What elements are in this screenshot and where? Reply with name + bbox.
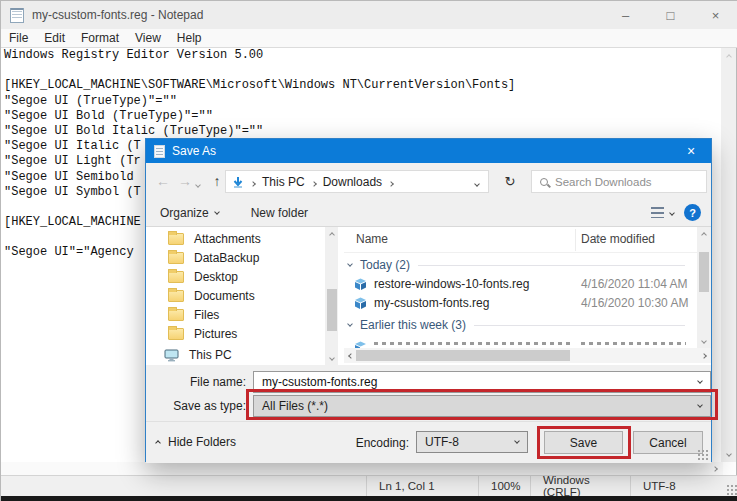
folder-icon [168,271,184,283]
editor-line: Windows Registry Editor Version 5.00 [1,48,723,63]
scroll-right-icon[interactable] [698,349,710,362]
notepad-app-icon [10,8,24,23]
window-bottom-edge [1,496,737,501]
dialog-close-button[interactable]: × [671,139,711,163]
menu-file[interactable]: File [1,31,36,45]
combo-chevron-icon[interactable] [514,438,520,444]
dialog-navbar: ← → ↑ This PC Downloads ↻ [146,163,711,199]
sidebar-item-databackup[interactable]: DataBackup [146,249,325,267]
editor-line: [HKEY_LOCAL_MACHINE\SOFTWARE\Microsoft\W… [1,78,723,93]
folder-icon [168,252,184,264]
column-header-name[interactable]: Name [356,232,388,246]
folder-icon [168,233,184,245]
list-view-icon [651,207,664,218]
editor-line [1,63,723,78]
organize-button[interactable]: Organize [160,206,219,220]
window-title: my-csustom-fonts.reg - Notepad [32,8,203,22]
refresh-button[interactable]: ↻ [498,170,522,193]
folder-tree: Attachments DataBackup Desktop Documents… [146,227,325,365]
menu-help[interactable]: Help [169,31,210,45]
folder-icon [168,328,184,340]
minimize-button[interactable]: – [603,1,648,29]
column-divider [575,229,576,251]
sidebar-item-this-pc[interactable]: This PC [146,346,325,364]
scroll-up-icon[interactable] [722,50,735,63]
save-as-dialog: Save As × ← → ↑ This PC Downloads ↻ [145,138,712,462]
menu-view[interactable]: View [127,31,169,45]
editor-line: "Segoe UI (TrueType)"="" [1,94,723,109]
sidebar-item-documents[interactable]: Documents [146,287,325,305]
status-line-ending: Windows (CRLF) [530,476,630,496]
scroll-down-icon[interactable] [722,447,735,460]
search-box[interactable] [531,170,707,193]
file-list-header: Name Date modified [344,227,697,253]
group-chevron-icon [347,321,353,327]
new-folder-button[interactable]: New folder [251,206,308,220]
folder-icon [168,309,184,321]
status-cursor-position: Ln 1, Col 1 [366,476,478,496]
breadcrumb-downloads[interactable]: Downloads [323,175,382,189]
editor-line: "Segoe UI Bold Italic (TrueType)"="" [1,124,723,139]
scroll-down-icon[interactable] [325,351,338,364]
notepad-vertical-scrollbar[interactable] [721,48,736,462]
dialog-doc-icon [154,145,165,158]
status-encoding: UTF-8 [630,476,726,496]
registry-file-icon [354,297,367,313]
sidebar-item-pictures[interactable]: Pictures [146,325,325,343]
help-button[interactable]: ? [684,204,701,221]
file-name-combobox[interactable] [253,371,711,393]
group-header-earlier-this-week[interactable]: Earlier this week (3) [344,317,697,333]
scroll-up-icon[interactable] [697,228,710,241]
sidebar-scrollbar[interactable] [325,227,338,365]
address-bar[interactable]: This PC Downloads [225,170,489,193]
maximize-button[interactable]: □ [648,1,693,29]
menu-format[interactable]: Format [73,31,127,45]
search-input[interactable] [555,176,685,188]
file-list-horizontal-scrollbar[interactable] [344,348,711,363]
file-name-input[interactable] [262,375,662,389]
combo-chevron-icon[interactable] [697,378,703,384]
view-options-button[interactable] [651,207,674,218]
downloads-icon [232,176,244,188]
column-filter-chevron-icon[interactable] [596,228,600,242]
save-as-type-dropdown[interactable]: All Files (*.*) [253,395,711,417]
file-list-vertical-scrollbar[interactable] [697,227,711,348]
organize-dropdown-icon [214,209,220,215]
scrollbar-thumb[interactable] [327,289,337,331]
hide-folders-chevron-icon [155,440,161,446]
sidebar-item-desktop[interactable]: Desktop [146,268,325,286]
menu-edit[interactable]: Edit [36,31,73,45]
back-button[interactable]: ← [152,173,174,189]
scroll-down-icon[interactable] [697,334,710,347]
forward-button[interactable]: → [174,173,196,189]
save-button[interactable]: Save [544,431,623,454]
file-row-clipped[interactable] [344,337,697,348]
folder-icon [168,290,184,302]
editor-line: "Segoe UI Bold (TrueType)"="" [1,109,723,124]
dialog-footer: Hide Folders Encoding: UTF-8 Save Cancel [146,421,711,463]
hide-folders-button[interactable]: Hide Folders [156,435,236,449]
encoding-dropdown[interactable]: UTF-8 [416,431,528,453]
address-dropdown-icon[interactable] [475,175,479,189]
scroll-right-icon[interactable] [708,462,721,475]
dialog-titlebar: Save As × [146,139,711,163]
scrollbar-thumb[interactable] [356,350,570,361]
scroll-up-icon[interactable] [325,228,338,241]
clipped-date [581,342,686,345]
file-row-restore-windows-10-fonts[interactable]: restore-windows-10-fonts.reg 4/16/2020 1… [344,275,697,294]
scrollbar-thumb[interactable] [699,252,709,292]
close-button[interactable]: × [693,1,737,29]
cancel-button[interactable]: Cancel [633,431,703,454]
this-pc-icon [164,349,179,362]
file-row-my-csustom-fonts[interactable]: my-csustom-fonts.reg 4/16/2020 10:30 AM [344,294,697,313]
sidebar-item-files[interactable]: Files [146,306,325,324]
resize-grip-icon [726,484,737,496]
group-header-today[interactable]: Today (2) [344,257,697,273]
dialog-title: Save As [172,144,216,158]
column-header-date-modified[interactable]: Date modified [581,232,655,246]
combo-chevron-icon[interactable] [697,402,703,408]
breadcrumb-this-pc[interactable]: This PC [262,175,305,189]
breadcrumb-chevron-icon [251,175,255,189]
recent-locations-icon[interactable] [196,173,200,191]
sidebar-item-attachments[interactable]: Attachments [146,230,325,248]
